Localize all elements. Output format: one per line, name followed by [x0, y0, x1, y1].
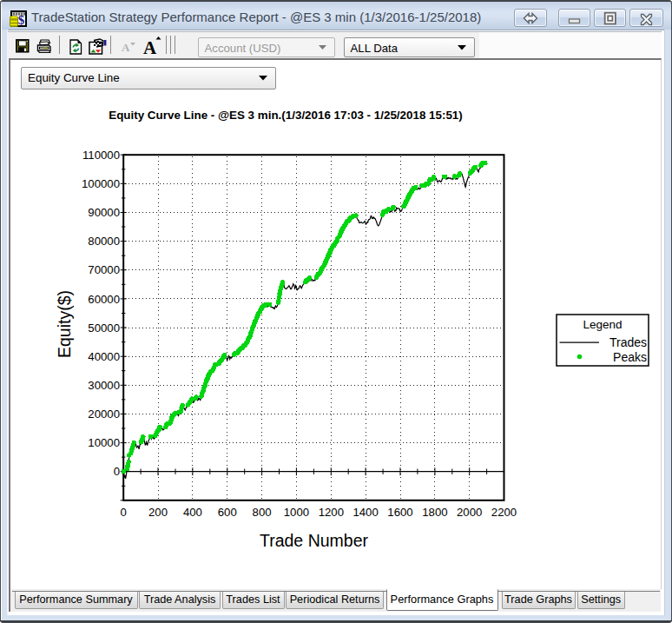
- svg-text:2000: 2000: [457, 506, 482, 519]
- svg-text:1600: 1600: [387, 506, 412, 519]
- svg-text:1000: 1000: [284, 506, 309, 519]
- svg-text:400: 400: [183, 506, 202, 519]
- svg-text:Peaks: Peaks: [613, 350, 647, 364]
- svg-text:Legend: Legend: [583, 318, 622, 331]
- svg-text:1800: 1800: [422, 506, 447, 519]
- svg-text:70000: 70000: [88, 263, 120, 276]
- svg-text:60000: 60000: [88, 293, 120, 306]
- svg-text:1200: 1200: [319, 506, 344, 519]
- svg-text:Equity($): Equity($): [55, 290, 74, 358]
- svg-text:80000: 80000: [88, 235, 120, 248]
- svg-text:2200: 2200: [491, 506, 517, 519]
- svg-text:10000: 10000: [88, 436, 120, 449]
- svg-text:110000: 110000: [82, 149, 120, 162]
- svg-text:0: 0: [121, 506, 127, 519]
- svg-text:1400: 1400: [352, 506, 378, 519]
- svg-text:30000: 30000: [88, 379, 120, 392]
- svg-text:90000: 90000: [88, 206, 120, 219]
- svg-text:40000: 40000: [88, 350, 120, 363]
- svg-text:20000: 20000: [88, 408, 120, 421]
- svg-text:Trades: Trades: [609, 335, 647, 349]
- svg-text:50000: 50000: [88, 321, 120, 335]
- svg-text:0: 0: [114, 465, 120, 478]
- svg-text:Equity Curve Line - @ES 3 min.: Equity Curve Line - @ES 3 min.(1/3/2016 …: [109, 109, 463, 122]
- svg-text:Trade Number: Trade Number: [260, 531, 368, 550]
- svg-text:100000: 100000: [82, 177, 120, 190]
- svg-text:600: 600: [218, 506, 237, 519]
- svg-text:800: 800: [253, 506, 272, 519]
- svg-text:200: 200: [148, 506, 168, 519]
